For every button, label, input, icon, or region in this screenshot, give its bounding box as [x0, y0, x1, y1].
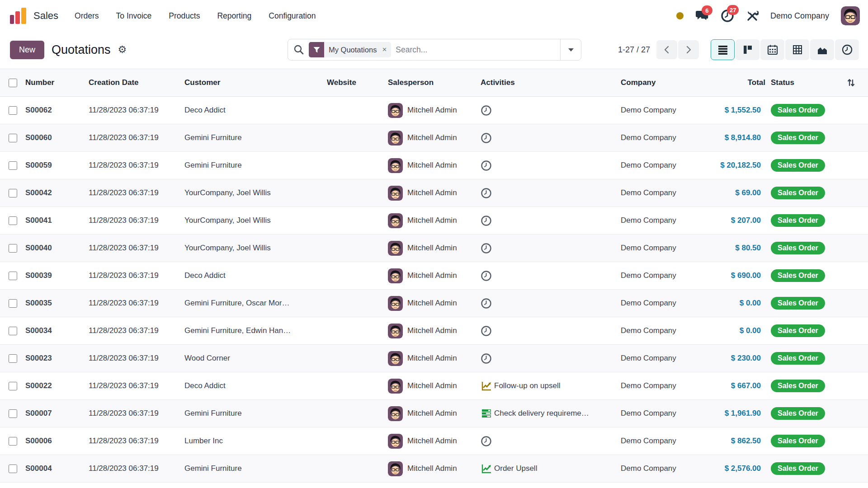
row-salesperson: Mitchell Admin — [388, 268, 481, 283]
salesperson-avatar — [388, 461, 403, 476]
row-checkbox[interactable] — [9, 465, 17, 473]
menu-configuration[interactable]: Configuration — [269, 11, 316, 21]
row-activity-button[interactable] — [481, 188, 621, 199]
table-row[interactable]: S00039 11/28/2023 06:37:19 Deco Addict M… — [0, 262, 868, 290]
menu-reporting[interactable]: Reporting — [217, 11, 251, 21]
row-status: Sales Order — [765, 297, 833, 310]
row-company: Demo Company — [621, 409, 691, 418]
row-company: Demo Company — [621, 216, 691, 225]
calendar-view-icon — [767, 44, 778, 56]
row-salesperson: Mitchell Admin — [388, 379, 481, 394]
row-activity-button[interactable] — [481, 215, 621, 226]
salesperson-avatar — [388, 351, 403, 366]
status-badge: Sales Order — [771, 407, 825, 420]
row-checkbox[interactable] — [9, 244, 17, 253]
facet-remove-icon[interactable]: × — [381, 45, 391, 54]
column-header-total[interactable]: Total — [691, 78, 765, 87]
new-button[interactable]: New — [10, 41, 44, 59]
view-activity-button[interactable] — [835, 39, 859, 60]
table-row[interactable]: S00042 11/28/2023 06:37:19 YourCompany, … — [0, 179, 868, 207]
row-creation-date: 11/28/2023 06:37:19 — [89, 106, 184, 115]
column-header-number[interactable]: Number — [25, 78, 89, 87]
view-graph-button[interactable] — [810, 39, 834, 60]
view-calendar-button[interactable] — [760, 39, 784, 60]
user-avatar[interactable] — [841, 6, 860, 25]
messages-button[interactable]: 6 — [695, 9, 709, 22]
table-row[interactable]: S00059 11/28/2023 06:37:19 Gemini Furnit… — [0, 152, 868, 179]
pager-previous-button[interactable] — [656, 40, 677, 59]
row-checkbox[interactable] — [9, 189, 17, 197]
row-checkbox[interactable] — [9, 134, 17, 142]
developer-tools-button[interactable] — [746, 9, 759, 22]
activity-label: Follow-up on upsell — [494, 381, 560, 390]
row-number: S00035 — [25, 299, 89, 308]
menu-to-invoice[interactable]: To Invoice — [116, 11, 152, 21]
row-checkbox[interactable] — [9, 106, 17, 115]
column-header-creation-date[interactable]: Creation Date — [89, 78, 184, 87]
row-status: Sales Order — [765, 131, 833, 144]
select-all-checkbox[interactable] — [9, 79, 17, 87]
table-row[interactable]: S00022 11/28/2023 06:37:19 Deco Addict M… — [0, 372, 868, 400]
row-activity-button[interactable]: Order Upsell — [481, 463, 621, 474]
table-row[interactable]: S00062 11/28/2023 06:37:19 Deco Addict M… — [0, 97, 868, 124]
table-row[interactable]: S00060 11/28/2023 06:37:19 Gemini Furnit… — [0, 124, 868, 152]
row-activity-button[interactable] — [481, 353, 621, 364]
row-checkbox[interactable] — [9, 409, 17, 418]
row-checkbox[interactable] — [9, 299, 17, 308]
row-checkbox[interactable] — [9, 437, 17, 446]
row-checkbox[interactable] — [9, 161, 17, 170]
column-header-website[interactable]: Website — [327, 78, 388, 87]
search-bar[interactable]: My Quotations × — [288, 39, 581, 61]
salesperson-avatar — [388, 213, 403, 228]
salesperson-avatar — [388, 268, 403, 283]
row-activity-button[interactable] — [481, 436, 621, 447]
row-checkbox[interactable] — [9, 382, 17, 390]
column-header-activities[interactable]: Activities — [481, 78, 621, 87]
table-row[interactable]: S00034 11/28/2023 06:37:19 Gemini Furnit… — [0, 317, 868, 345]
pager-next-button[interactable] — [678, 40, 699, 59]
row-activity-button[interactable] — [481, 105, 621, 116]
row-checkbox[interactable] — [9, 327, 17, 335]
view-pivot-button[interactable] — [785, 39, 809, 60]
row-activity-button[interactable] — [481, 298, 621, 309]
search-options-toggle[interactable] — [560, 39, 581, 60]
activity-label: Order Upsell — [494, 464, 537, 473]
table-row[interactable]: S00035 11/28/2023 06:37:19 Gemini Furnit… — [0, 290, 868, 317]
row-creation-date: 11/28/2023 06:37:19 — [89, 133, 184, 142]
row-activity-button[interactable]: Check delivery requireme… — [481, 408, 621, 419]
row-activity-button[interactable] — [481, 325, 621, 337]
table-row[interactable]: S00040 11/28/2023 06:37:19 YourCompany, … — [0, 235, 868, 262]
optional-columns-button[interactable] — [833, 78, 868, 88]
table-row[interactable]: S00041 11/28/2023 06:37:19 YourCompany, … — [0, 207, 868, 235]
row-activity-button[interactable] — [481, 160, 621, 171]
row-creation-date: 11/28/2023 06:37:19 — [89, 436, 184, 446]
table-row[interactable]: S00007 11/28/2023 06:37:19 Gemini Furnit… — [0, 400, 868, 427]
actions-gear-icon[interactable]: ⚙ — [118, 45, 127, 55]
row-checkbox[interactable] — [9, 354, 17, 363]
search-facet-my-quotations[interactable]: My Quotations × — [309, 42, 391, 57]
table-body: S00062 11/28/2023 06:37:19 Deco Addict M… — [0, 97, 868, 483]
view-list-button[interactable] — [711, 39, 735, 60]
menu-orders[interactable]: Orders — [75, 11, 99, 21]
company-switcher[interactable]: Demo Company — [770, 11, 829, 21]
salesperson-name: Mitchell Admin — [407, 271, 457, 280]
menu-products[interactable]: Products — [169, 11, 200, 21]
row-activity-button[interactable] — [481, 243, 621, 254]
search-input[interactable] — [396, 45, 555, 55]
column-header-status[interactable]: Status — [765, 78, 833, 87]
view-kanban-button[interactable] — [736, 39, 760, 60]
table-row[interactable]: S00006 11/28/2023 06:37:19 Lumber Inc Mi… — [0, 427, 868, 455]
column-header-company[interactable]: Company — [621, 78, 691, 87]
table-row[interactable]: S00023 11/28/2023 06:37:19 Wood Corner M… — [0, 345, 868, 372]
row-checkbox[interactable] — [9, 216, 17, 225]
row-company: Demo Company — [621, 188, 691, 197]
row-checkbox[interactable] — [9, 272, 17, 280]
row-activity-button[interactable] — [481, 270, 621, 282]
activities-button[interactable]: 27 — [721, 9, 734, 23]
column-header-salesperson[interactable]: Salesperson — [388, 78, 481, 87]
column-header-customer[interactable]: Customer — [184, 78, 327, 87]
row-activity-button[interactable] — [481, 132, 621, 144]
table-row[interactable]: S00004 11/28/2023 06:37:19 Gemini Furnit… — [0, 455, 868, 483]
row-activity-button[interactable]: Follow-up on upsell — [481, 380, 621, 392]
app-menu-sales[interactable]: Sales — [33, 10, 58, 22]
